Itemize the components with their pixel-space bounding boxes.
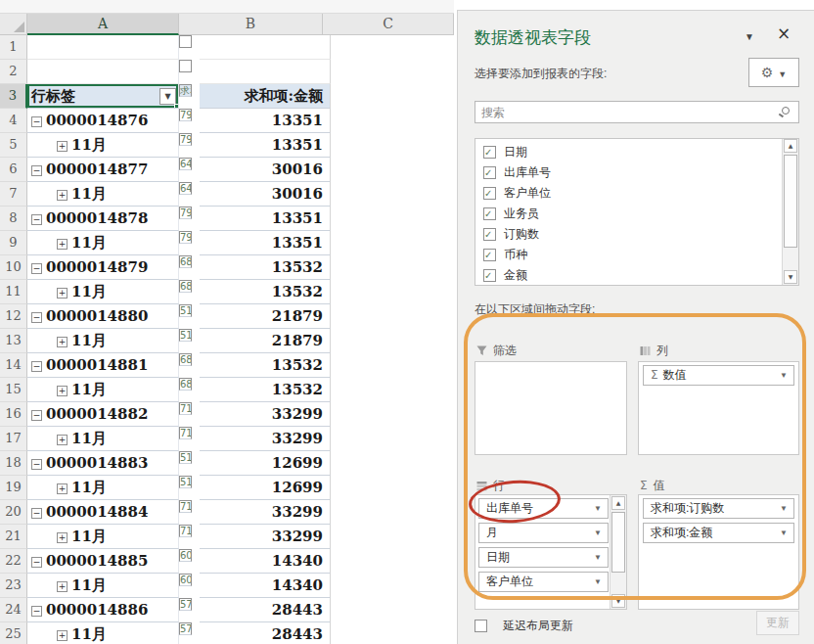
pivot-amount-cell[interactable]: 30016 — [200, 158, 331, 182]
collapse-icon[interactable]: − — [31, 312, 42, 323]
row-header-7[interactable]: 7 — [0, 182, 27, 207]
pivot-label-cell[interactable]: +11月 — [27, 476, 179, 500]
pivot-label-cell[interactable]: −0000014878 — [27, 207, 179, 231]
pivot-amount-cell[interactable]: 13532 — [200, 280, 331, 304]
pivot-label-cell[interactable]: −0000014882 — [27, 402, 179, 427]
scroll-down-icon[interactable]: ▼ — [784, 270, 797, 284]
pivot-label-cell[interactable]: +11月 — [27, 329, 179, 353]
pivot-qty-header-cell[interactable]: 求和项:订购数 — [179, 84, 192, 97]
pivot-qty-cell[interactable]: 79 — [179, 231, 192, 244]
pivot-qty-cell[interactable]: 64 — [179, 158, 192, 170]
pivot-qty-cell[interactable]: 68 — [179, 255, 192, 268]
expand-icon[interactable]: + — [57, 532, 68, 543]
pivot-amount-header-cell[interactable]: 求和项:金额 — [200, 84, 331, 109]
expand-icon[interactable]: + — [57, 337, 68, 347]
pivot-qty-cell[interactable]: 79 — [179, 207, 192, 219]
pivot-qty-cell[interactable]: 64 — [179, 182, 192, 195]
values-area-box[interactable]: 求和项:订购数▼求和项:金额▼ — [638, 494, 799, 610]
field-checkbox[interactable]: ✓ — [483, 187, 496, 200]
pivot-qty-cell[interactable]: 60 — [179, 574, 192, 586]
field-list-item[interactable]: ✓出库单号 — [475, 162, 782, 183]
pivot-label-cell[interactable]: −0000014880 — [27, 304, 179, 329]
expand-icon[interactable]: + — [57, 581, 68, 592]
row-header-11[interactable]: 11 — [0, 280, 27, 304]
collapse-icon[interactable]: − — [31, 508, 42, 519]
column-header-b[interactable]: B — [179, 14, 323, 35]
pivot-label-cell[interactable]: +11月 — [27, 574, 179, 598]
expand-icon[interactable]: + — [57, 483, 68, 494]
collapse-icon[interactable]: − — [31, 606, 42, 617]
pivot-label-cell[interactable]: +11月 — [27, 182, 179, 207]
field-checkbox[interactable]: ✓ — [483, 146, 496, 159]
row-header-18[interactable]: 18 — [0, 451, 27, 476]
pivot-label-cell[interactable]: −0000014881 — [27, 353, 179, 378]
pivot-amount-cell[interactable]: 33299 — [200, 427, 331, 451]
panel-menu-chevron-down-icon[interactable]: ▼ — [745, 31, 754, 42]
column-header-a[interactable]: A — [27, 14, 179, 35]
collapse-icon[interactable]: − — [31, 214, 42, 225]
row-header-16[interactable]: 16 — [0, 402, 27, 427]
selection-fill-handle[interactable] — [174, 104, 179, 109]
pivot-qty-cell[interactable]: 51 — [179, 451, 192, 464]
values-area-pill[interactable]: 求和项:订购数▼ — [643, 498, 794, 519]
row-header-3[interactable]: 3 — [0, 84, 27, 109]
pivot-qty-cell[interactable]: 57 — [179, 598, 192, 611]
empty-cell[interactable] — [179, 35, 192, 48]
pivot-qty-cell[interactable]: 51 — [179, 476, 192, 488]
field-list-item[interactable]: ✓金额 — [475, 265, 782, 286]
expand-icon[interactable]: + — [57, 141, 68, 152]
pivot-row-labels-cell[interactable]: 行标签▼ — [27, 84, 179, 109]
pivot-label-cell[interactable]: −0000014883 — [27, 451, 179, 476]
row-header-15[interactable]: 15 — [0, 378, 27, 402]
pivot-amount-cell[interactable]: 13351 — [200, 207, 331, 231]
pivot-label-cell[interactable]: −0000014876 — [27, 109, 179, 133]
pivot-amount-cell[interactable]: 13532 — [200, 353, 331, 378]
pivot-qty-cell[interactable]: 68 — [179, 378, 192, 391]
field-list-item[interactable]: ✓日期 — [475, 142, 782, 162]
row-header-2[interactable]: 2 — [0, 60, 27, 84]
collapse-icon[interactable]: − — [31, 361, 42, 372]
row-header-21[interactable]: 21 — [0, 525, 27, 549]
collapse-icon[interactable]: − — [31, 116, 42, 127]
pivot-label-cell[interactable]: −0000014877 — [27, 158, 179, 182]
pivot-amount-cell[interactable]: 12699 — [200, 451, 331, 476]
pivot-label-cell[interactable]: +11月 — [27, 378, 179, 402]
pill-dropdown-icon[interactable]: ▼ — [780, 366, 788, 385]
pivot-amount-cell[interactable]: 28443 — [200, 622, 331, 644]
pill-dropdown-icon[interactable]: ▼ — [594, 573, 602, 591]
row-header-13[interactable]: 13 — [0, 329, 27, 353]
empty-cell[interactable] — [200, 35, 331, 60]
pivot-amount-cell[interactable]: 33299 — [200, 525, 331, 549]
row-labels-filter-dropdown-icon[interactable]: ▼ — [159, 88, 176, 105]
update-button[interactable]: 更新 — [756, 611, 799, 635]
empty-cell[interactable] — [27, 35, 179, 60]
pivot-amount-cell[interactable]: 33299 — [200, 402, 331, 427]
collapse-icon[interactable]: − — [31, 165, 42, 176]
collapse-icon[interactable]: − — [31, 263, 42, 274]
pivot-qty-cell[interactable]: 71 — [179, 525, 192, 537]
pivot-amount-cell[interactable]: 13532 — [200, 378, 331, 402]
scroll-thumb[interactable] — [784, 155, 797, 248]
pivot-amount-cell[interactable]: 13351 — [200, 133, 331, 158]
values-area-pill[interactable]: 求和项:金额▼ — [643, 523, 794, 543]
rows-area-scrollbar[interactable]: ▲ ▼ — [610, 495, 626, 609]
row-header-12[interactable]: 12 — [0, 304, 27, 329]
field-list-item[interactable]: ✓币种 — [475, 245, 782, 265]
row-header-24[interactable]: 24 — [0, 598, 27, 622]
pivot-amount-cell[interactable]: 14340 — [200, 549, 331, 574]
pivot-amount-cell[interactable]: 30016 — [200, 182, 331, 207]
pivot-label-cell[interactable]: +11月 — [27, 280, 179, 304]
collapse-icon[interactable]: − — [31, 410, 42, 421]
field-list-scrollbar[interactable]: ▲ ▼ — [782, 139, 798, 285]
select-all-corner[interactable] — [0, 14, 27, 35]
pivot-amount-cell[interactable]: 28443 — [200, 598, 331, 622]
pivot-label-cell[interactable]: −0000014884 — [27, 500, 179, 525]
pivot-label-cell[interactable]: −0000014886 — [27, 598, 179, 622]
pivot-qty-cell[interactable]: 60 — [179, 549, 192, 562]
expand-icon[interactable]: + — [57, 190, 68, 201]
pivot-qty-cell[interactable]: 51 — [179, 304, 192, 317]
row-header-23[interactable]: 23 — [0, 574, 27, 598]
pivot-qty-cell[interactable]: 79 — [179, 133, 192, 146]
pivot-label-cell[interactable]: +11月 — [27, 231, 179, 255]
pivot-qty-cell[interactable]: 71 — [179, 402, 192, 415]
